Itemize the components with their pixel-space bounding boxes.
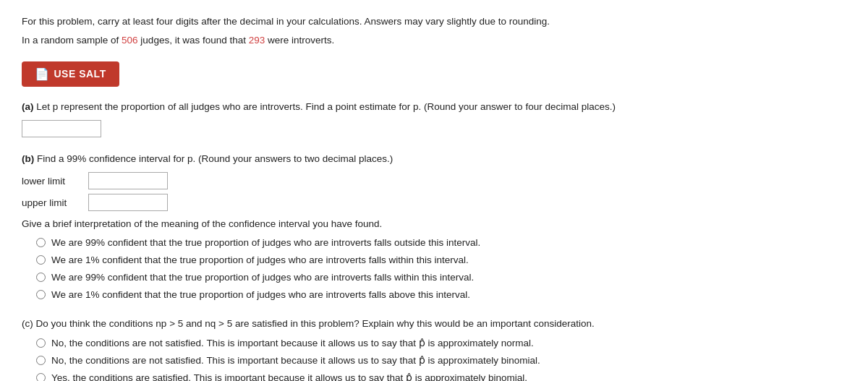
radio-b-option-4: We are 1% confident that the true propor… <box>22 288 846 302</box>
part-b-radio-group: We are 99% confident that the true propo… <box>22 236 846 302</box>
part-a-letter: (a) <box>22 101 34 112</box>
radio-b-input-3[interactable] <box>36 273 46 282</box>
radio-c-label-1: No, the conditions are not satisfied. Th… <box>51 337 534 351</box>
lower-limit-input[interactable] <box>88 172 168 189</box>
section-b-label: (b) Find a 99% confidence interval for p… <box>22 152 846 166</box>
intro-line2: In a random sample of 506 judges, it was… <box>22 33 846 48</box>
upper-limit-label: upper limit <box>22 197 80 208</box>
page-wrapper: For this problem, carry at least four di… <box>0 0 868 381</box>
section-c: (c) Do you think the conditions np > 5 a… <box>22 317 846 381</box>
radio-c-option-3: Yes, the conditions are satisfied. This … <box>22 372 846 381</box>
radio-c-option-2: No, the conditions are not satisfied. Th… <box>22 354 846 368</box>
section-c-label: (c) Do you think the conditions np > 5 a… <box>22 317 846 331</box>
radio-c-input-2[interactable] <box>36 356 46 365</box>
part-b-letter: (b) <box>22 153 34 164</box>
part-b-description: Find a 99% confidence interval for p. (R… <box>37 153 393 164</box>
lower-limit-row: lower limit <box>22 172 846 189</box>
radio-b-label-2: We are 1% confident that the true propor… <box>51 254 469 267</box>
intro-line2-mid: judges, it was found that <box>138 35 249 46</box>
radio-b-input-4[interactable] <box>36 290 46 299</box>
sample-size: 506 <box>122 35 138 46</box>
radio-b-option-2: We are 1% confident that the true propor… <box>22 254 846 267</box>
radio-b-input-2[interactable] <box>36 255 46 265</box>
intro-line2-pre: In a random sample of <box>22 35 122 46</box>
part-a-description: Let p represent the proportion of all ju… <box>36 101 616 112</box>
use-salt-button[interactable]: 📄 USE SALT <box>22 61 119 87</box>
intro-line1: For this problem, carry at least four di… <box>22 14 846 29</box>
radio-b-option-1: We are 99% confident that the true propo… <box>22 236 846 250</box>
radio-c-label-3: Yes, the conditions are satisfied. This … <box>51 372 527 381</box>
radio-b-label-3: We are 99% confident that the true propo… <box>51 271 474 285</box>
part-c-description: Do you think the conditions np > 5 and n… <box>36 318 595 329</box>
intro-line2-post: were introverts. <box>265 35 334 46</box>
radio-b-label-1: We are 99% confident that the true propo… <box>51 236 480 250</box>
lower-limit-label: lower limit <box>22 176 80 187</box>
part-c-radio-group: No, the conditions are not satisfied. Th… <box>22 337 846 381</box>
upper-limit-input[interactable] <box>88 194 168 211</box>
use-salt-label: USE SALT <box>54 68 106 80</box>
part-c-letter: (c) <box>22 318 33 329</box>
radio-c-label-2: No, the conditions are not satisfied. Th… <box>51 354 540 368</box>
salt-icon: 📄 <box>35 67 50 81</box>
part-a-input[interactable] <box>22 120 101 137</box>
section-b: (b) Find a 99% confidence interval for p… <box>22 152 846 302</box>
introverts-count: 293 <box>249 35 265 46</box>
radio-b-option-3: We are 99% confident that the true propo… <box>22 271 846 285</box>
radio-b-label-4: We are 1% confident that the true propor… <box>51 288 470 302</box>
section-a-label: (a) Let p represent the proportion of al… <box>22 100 846 114</box>
radio-c-option-1: No, the conditions are not satisfied. Th… <box>22 337 846 351</box>
upper-limit-row: upper limit <box>22 194 846 211</box>
section-a: (a) Let p represent the proportion of al… <box>22 100 846 137</box>
give-brief-text: Give a brief interpretation of the meani… <box>22 218 846 229</box>
radio-b-input-1[interactable] <box>36 238 46 247</box>
radio-c-input-1[interactable] <box>36 338 46 348</box>
radio-c-input-3[interactable] <box>36 373 46 381</box>
